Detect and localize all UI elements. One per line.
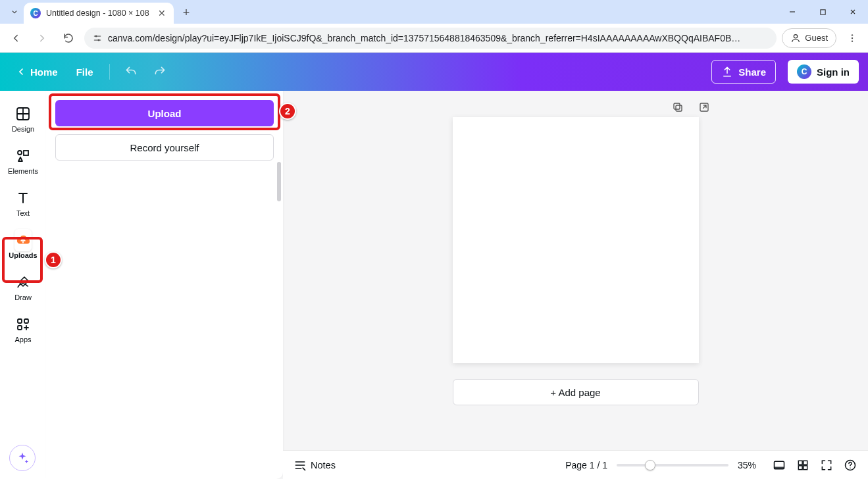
- rail-design[interactable]: Design: [4, 100, 42, 138]
- upload-button[interactable]: Upload: [55, 100, 274, 126]
- svg-rect-23: [804, 465, 807, 469]
- notes-button[interactable]: Notes: [294, 459, 336, 472]
- redo-button[interactable]: [148, 60, 172, 84]
- duplicate-page-icon[interactable]: [671, 100, 685, 114]
- svg-point-7: [852, 37, 853, 38]
- svg-rect-19: [775, 466, 784, 468]
- window-controls: [777, 0, 868, 24]
- header-divider: [109, 64, 110, 80]
- tabs-dropdown[interactable]: [5, 3, 24, 21]
- home-label: Home: [30, 66, 58, 78]
- draw-icon: [14, 274, 32, 291]
- notes-label: Notes: [311, 460, 336, 470]
- svg-rect-14: [18, 326, 22, 330]
- profile-label: Guest: [805, 33, 828, 43]
- rail-elements[interactable]: Elements: [4, 142, 42, 180]
- file-menu[interactable]: File: [70, 63, 100, 82]
- ai-assistant-button[interactable]: [9, 445, 36, 471]
- add-page-button[interactable]: + Add page: [453, 379, 699, 405]
- app-header: Home File Share C Sign in: [0, 53, 868, 91]
- uploads-panel: Upload Record yourself 2: [46, 91, 283, 479]
- profile-button[interactable]: Guest: [782, 28, 836, 48]
- svg-rect-12: [18, 319, 22, 323]
- signin-button[interactable]: C Sign in: [788, 60, 859, 84]
- rail-uploads[interactable]: Uploads: [4, 226, 42, 265]
- page-view-icon[interactable]: [772, 458, 786, 472]
- svg-point-6: [852, 34, 853, 36]
- site-settings-icon[interactable]: [92, 33, 103, 43]
- design-icon: [14, 105, 32, 122]
- browser-menu[interactable]: [842, 28, 863, 49]
- svg-point-3: [95, 35, 97, 37]
- home-button[interactable]: Home: [9, 63, 64, 82]
- chevron-left-icon: [16, 66, 26, 77]
- undo-button[interactable]: [119, 60, 143, 84]
- scrollbar-thumb[interactable]: [277, 162, 281, 201]
- forward-button[interactable]: [32, 28, 53, 49]
- browser-tab-strip: C Untitled design - 1080 × 108 ✕ +: [0, 0, 868, 24]
- elements-icon: [14, 147, 32, 164]
- url-input[interactable]: canva.com/design/play?ui=eyJFljp7IkE_Ijo…: [84, 28, 777, 49]
- rail-label: Apps: [14, 336, 31, 343]
- canva-favicon: C: [30, 8, 41, 18]
- text-icon: [14, 189, 32, 207]
- svg-rect-13: [24, 319, 28, 323]
- sparkle-icon: [15, 451, 30, 465]
- bottom-bar: Notes Page 1 / 1 35%: [283, 450, 868, 479]
- grid-view-icon[interactable]: [796, 458, 810, 472]
- main-area: Design Elements Text Uploads Draw Apps 1: [0, 91, 868, 479]
- person-icon: [790, 33, 801, 43]
- zoom-slider-thumb[interactable]: [645, 460, 655, 470]
- window-minimize[interactable]: [777, 0, 807, 24]
- canvas-area[interactable]: + Add page Notes Page 1 / 1 35%: [283, 91, 868, 479]
- reload-button[interactable]: [58, 28, 79, 49]
- window-maximize[interactable]: [807, 0, 838, 24]
- design-page[interactable]: [453, 117, 699, 363]
- help-icon[interactable]: [843, 458, 857, 472]
- open-page-icon[interactable]: [697, 100, 711, 114]
- fullscreen-icon[interactable]: [819, 458, 834, 472]
- svg-rect-1: [94, 36, 101, 37]
- annotation-badge-2: 2: [279, 103, 296, 120]
- browser-tab[interactable]: C Untitled design - 1080 × 108 ✕: [24, 3, 174, 24]
- svg-rect-16: [674, 103, 680, 109]
- rail-label: Text: [16, 209, 30, 217]
- share-label: Share: [738, 66, 766, 78]
- svg-point-4: [98, 39, 100, 41]
- page-indicator[interactable]: Page 1 / 1: [565, 460, 607, 470]
- window-close[interactable]: [838, 0, 868, 24]
- file-label: File: [76, 66, 93, 78]
- back-button[interactable]: [5, 28, 26, 49]
- tab-title: Untitled design - 1080 × 108: [46, 9, 151, 18]
- svg-rect-0: [820, 9, 825, 14]
- notes-icon: [294, 459, 307, 472]
- record-yourself-button[interactable]: Record yourself: [55, 134, 274, 161]
- rail-apps[interactable]: Apps: [4, 311, 42, 349]
- chevron-down-icon: [10, 7, 19, 16]
- annotation-badge-1: 1: [45, 251, 62, 268]
- canva-logo-icon: C: [797, 64, 811, 79]
- rail-draw[interactable]: Draw: [4, 268, 42, 307]
- zoom-percent[interactable]: 35%: [738, 460, 763, 470]
- svg-point-10: [18, 151, 22, 155]
- svg-rect-2: [94, 39, 101, 41]
- svg-rect-20: [798, 461, 802, 465]
- rail-label: Uploads: [9, 251, 37, 259]
- rail-label: Design: [12, 125, 34, 133]
- panel-scrollbar[interactable]: [276, 162, 282, 474]
- rail-label: Elements: [8, 167, 38, 175]
- rail-label: Draw: [14, 293, 32, 301]
- svg-point-5: [794, 34, 798, 38]
- uploads-icon: [14, 229, 32, 251]
- svg-rect-11: [24, 151, 28, 155]
- new-tab-button[interactable]: +: [176, 3, 196, 22]
- side-rail: Design Elements Text Uploads Draw Apps 1: [0, 91, 46, 479]
- url-text: canva.com/design/play?ui=eyJFljp7IkE_Ijo…: [108, 33, 769, 43]
- svg-rect-15: [676, 105, 682, 111]
- upload-icon: [721, 66, 733, 78]
- tab-close-icon[interactable]: ✕: [157, 8, 167, 18]
- rail-text[interactable]: Text: [4, 184, 42, 222]
- zoom-slider[interactable]: [617, 464, 728, 466]
- share-button[interactable]: Share: [711, 60, 776, 84]
- signin-label: Sign in: [817, 66, 850, 78]
